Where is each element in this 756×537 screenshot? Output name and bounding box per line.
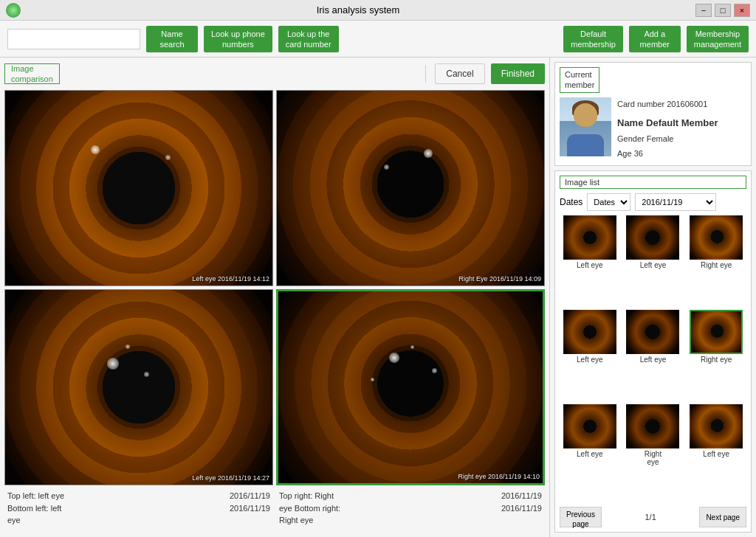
sub-toolbar: Image comparison Cancel Finished xyxy=(4,62,545,86)
pagination: Previous page 1/1 Next page xyxy=(560,507,746,527)
search-input[interactable] xyxy=(7,29,140,49)
right-panel: Current member Card number 201606001 Nam… xyxy=(549,58,756,537)
thumbnail-image xyxy=(626,404,679,448)
thumbnail-image xyxy=(563,215,616,260)
thumbnail-label: Left eye xyxy=(577,356,603,364)
avatar-body xyxy=(567,134,604,156)
page-info: 1/1 xyxy=(645,513,656,522)
eye-image-bottom-left xyxy=(5,290,272,485)
member-gender: Gender Female xyxy=(617,132,718,147)
thumbnail-label: Left eye xyxy=(577,450,603,458)
thumbnail-image xyxy=(563,404,616,448)
image-label-bottom-right: Right eye 2016/11/19 14:10 xyxy=(458,473,540,480)
image-grid: Left eye 2016/11/19 14:12 Right Eye 2016… xyxy=(4,90,545,485)
dates-label: Dates xyxy=(560,197,583,207)
member-age: Age 36 xyxy=(617,147,718,162)
image-cell-bottom-right[interactable]: Right eye 2016/11/19 14:10 xyxy=(276,289,545,485)
eye-reflection-small-4 xyxy=(432,368,437,373)
toolbar-right-group: Default membership Add a member Membersh… xyxy=(563,26,749,52)
caption-right: Top right: Right eye Bottom right: Right… xyxy=(276,488,545,533)
eye-image-top-left xyxy=(5,91,272,285)
image-list-title: Image list xyxy=(560,176,746,189)
image-cell-top-left[interactable]: Left eye 2016/11/19 14:12 xyxy=(4,90,273,286)
caption-left-text: Top left: left eye Bottom left: left eye xyxy=(7,490,64,531)
window-controls: − □ × xyxy=(695,4,750,17)
caption-left: Top left: left eye Bottom left: left eye… xyxy=(4,488,273,533)
avatar-head xyxy=(574,103,597,127)
name-value: Default Member xyxy=(646,117,718,128)
thumbnail-image xyxy=(563,310,616,354)
thumbnail-cell[interactable]: Left eye xyxy=(686,404,746,504)
thumbnail-label: Left eye xyxy=(640,261,667,269)
dates-select[interactable]: Dates xyxy=(587,193,630,211)
thumbnail-cell[interactable]: Right eye xyxy=(623,404,684,504)
thumbnail-grid: Left eyeLeft eyeRight eyeLeft eyeLeft ey… xyxy=(560,215,746,504)
date-value-select[interactable]: 2016/11/19 xyxy=(635,193,716,211)
previous-page-button[interactable]: Previous page xyxy=(560,507,602,527)
image-label-top-left: Left eye 2016/11/19 14:12 xyxy=(192,275,269,283)
left-panel: Image comparison Cancel Finished Left ey… xyxy=(0,58,549,537)
thumbnail-label: Right eye xyxy=(701,261,732,269)
main-toolbar: Name search Look up phone numbers Look u… xyxy=(0,21,756,58)
thumbnail-cell[interactable]: Left eye xyxy=(623,310,684,401)
finished-button[interactable]: Finished xyxy=(491,63,545,84)
add-member-button[interactable]: Add a member xyxy=(629,26,681,52)
member-section: Current member Card number 201606001 Nam… xyxy=(554,62,752,166)
current-member-label: Current member xyxy=(560,67,599,93)
thumbnail-cell[interactable]: Right eye xyxy=(686,215,746,307)
thumbnail-label: Left eye xyxy=(640,356,667,364)
title-bar: Iris analysis system − □ × xyxy=(0,0,756,21)
app-title: Iris analysis system xyxy=(21,4,695,15)
member-avatar xyxy=(560,97,611,156)
member-info: Card number 201606001 Name Default Membe… xyxy=(560,97,746,162)
image-label-top-right: Right Eye 2016/11/19 14:09 xyxy=(458,275,541,283)
gender-label: Gender xyxy=(617,134,645,143)
image-cell-bottom-left[interactable]: Left eye 2016/11/19 14:27 xyxy=(4,289,273,485)
member-details: Card number 201606001 Name Default Membe… xyxy=(617,97,718,162)
eye-reflection-small-4b xyxy=(410,345,414,349)
thumbnail-cell[interactable]: Left eye xyxy=(623,215,684,307)
thumbnail-image xyxy=(690,215,743,260)
image-list-section: Image list Dates Dates 2016/11/19 Left e… xyxy=(554,170,752,533)
eye-image-top-right xyxy=(277,91,544,285)
image-cell-top-right[interactable]: Right Eye 2016/11/19 14:09 xyxy=(276,90,545,286)
eye-image-bottom-right xyxy=(278,291,543,483)
eye-reflection-small-3b xyxy=(126,344,130,349)
thumbnail-label: Left eye xyxy=(703,450,729,458)
name-search-button[interactable]: Name search xyxy=(146,26,198,52)
cancel-button[interactable]: Cancel xyxy=(435,63,484,84)
thumbnail-cell[interactable]: Right eye xyxy=(686,310,746,401)
phone-lookup-button[interactable]: Look up phone numbers xyxy=(204,26,272,52)
eye-reflection-3 xyxy=(107,358,119,370)
main-area: Image comparison Cancel Finished Left ey… xyxy=(0,58,756,537)
card-number: Card number 201606001 xyxy=(617,97,718,112)
thumbnail-label: Right eye xyxy=(701,356,732,364)
member-name: Name Default Member xyxy=(617,114,718,131)
card-lookup-button[interactable]: Look up the card number xyxy=(278,26,339,52)
thumbnail-label: Left eye xyxy=(577,261,603,269)
image-comparison-button[interactable]: Image comparison xyxy=(4,63,60,84)
minimize-button[interactable]: − xyxy=(695,4,712,17)
close-button[interactable]: × xyxy=(734,4,750,17)
thumbnail-cell[interactable]: Left eye xyxy=(560,404,620,504)
thumbnail-cell[interactable]: Left eye xyxy=(560,310,620,401)
eye-reflection-1 xyxy=(91,145,100,154)
membership-management-button[interactable]: Membership management xyxy=(687,26,749,52)
toolbar-separator xyxy=(425,65,426,83)
thumbnail-label: Right eye xyxy=(645,450,662,466)
name-label: Name xyxy=(617,117,643,128)
gender-value: Female xyxy=(647,134,674,143)
restore-button[interactable]: □ xyxy=(715,4,731,17)
image-label-bottom-left: Left eye 2016/11/19 14:27 xyxy=(192,474,269,482)
thumbnail-image xyxy=(690,404,743,448)
caption-right-text: Top right: Right eye Bottom right: Right… xyxy=(279,490,340,531)
captions-area: Top left: left eye Bottom left: left eye… xyxy=(4,488,545,533)
next-page-button[interactable]: Next page xyxy=(699,507,746,527)
app-logo xyxy=(6,3,21,18)
caption-right-dates: 2016/11/19 2016/11/19 xyxy=(501,490,542,531)
thumbnail-image xyxy=(626,215,679,260)
thumbnail-cell[interactable]: Left eye xyxy=(560,215,620,307)
default-membership-button[interactable]: Default membership xyxy=(563,26,623,52)
age-value: 36 xyxy=(634,149,643,158)
date-filter: Dates Dates 2016/11/19 xyxy=(560,193,746,211)
